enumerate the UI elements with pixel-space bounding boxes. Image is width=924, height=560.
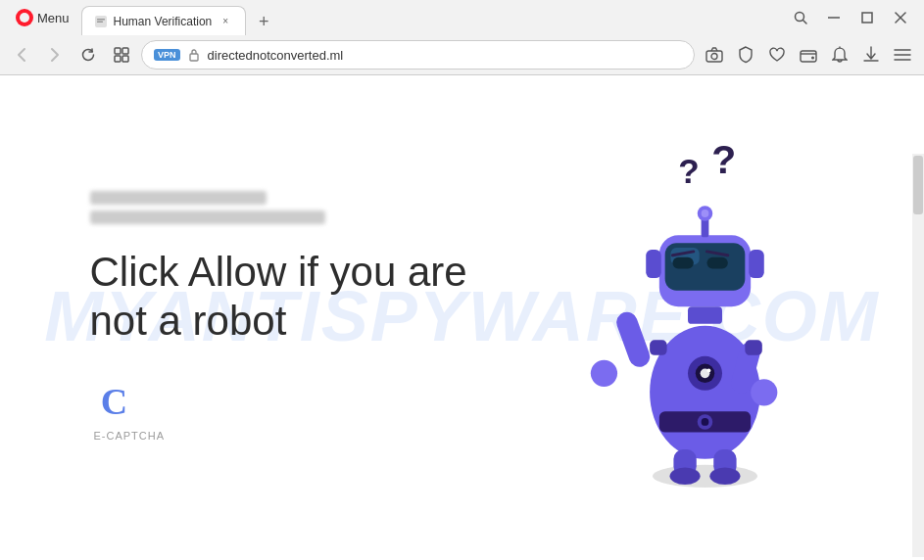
left-content: Click Allow if you are not a robot C E-C… [90,191,502,443]
opera-menu[interactable]: Menu [8,5,77,30]
window-controls [785,2,916,33]
camera-icon [705,47,723,63]
bell-button[interactable] [826,41,853,69]
svg-text:?: ? [711,145,736,182]
address-bar: VPN directednotconverted.ml [0,35,924,74]
svg-rect-13 [190,54,198,61]
reload-icon [80,47,96,63]
content-layout: Click Allow if you are not a robot C E-C… [71,125,854,507]
back-icon [17,47,26,63]
tabs-grid-icon [114,47,129,63]
bell-icon [832,46,848,64]
ecaptcha-label: E-CAPTCHA [94,430,166,442]
svg-rect-9 [115,48,121,54]
menu-label: Menu [37,11,70,25]
svg-point-49 [751,379,777,405]
page-content: MYANTISPYWARE.COM Click Allow if you are… [0,75,924,557]
ecaptcha-area: C E-CAPTCHA [90,377,502,442]
url-display: directednotconverted.ml [208,48,682,63]
wallet-icon [800,47,817,63]
svg-point-53 [669,468,700,486]
tab-title: Human Verification [114,15,213,28]
blurred-header [90,191,502,224]
svg-rect-35 [688,306,722,324]
svg-rect-14 [706,51,722,62]
svg-rect-45 [613,309,653,370]
svg-rect-50 [745,340,762,355]
svg-rect-10 [122,48,128,54]
svg-point-17 [811,57,814,60]
tab-favicon [94,15,108,28]
hamburger-icon [894,48,911,62]
heart-icon [768,47,786,63]
svg-point-27 [701,418,708,426]
vpn-badge: VPN [154,49,180,61]
forward-icon [50,47,60,63]
hamburger-menu-button[interactable] [889,41,916,69]
svg-point-44 [706,368,710,372]
address-input[interactable]: VPN directednotconverted.ml [141,40,695,70]
svg-point-38 [701,210,708,217]
svg-rect-31 [672,257,693,269]
scrollbar[interactable] [912,154,924,557]
svg-rect-6 [862,13,872,23]
forward-button[interactable] [41,41,69,69]
robot-illustration: ? ? [560,145,815,488]
tabs-grid-button[interactable] [108,41,135,69]
svg-rect-2 [97,21,103,23]
blurred-line-2 [90,210,325,224]
svg-line-4 [803,21,807,24]
search-button[interactable] [785,2,816,33]
toolbar-icons [701,41,916,69]
tabs-area: Human Verification × + [77,0,785,35]
lock-icon [188,48,200,62]
blurred-line-1 [90,191,267,205]
svg-point-54 [709,468,740,486]
close-icon [895,12,906,23]
close-button[interactable] [885,2,916,33]
title-bar: Menu Human Verification × + [0,0,924,35]
shield-icon [738,46,754,64]
svg-rect-12 [122,56,128,62]
main-heading: Click Allow if you are not a robot [90,248,502,347]
maximize-icon [861,12,873,23]
svg-rect-47 [650,340,667,355]
svg-rect-1 [97,19,105,21]
active-tab[interactable]: Human Verification × [81,6,247,35]
svg-point-46 [590,360,616,387]
camera-button[interactable] [701,41,728,69]
svg-rect-11 [115,56,121,62]
svg-rect-39 [646,250,661,278]
svg-rect-40 [749,250,764,278]
minimize-icon [828,17,840,19]
scrollbar-thumb[interactable] [913,156,923,214]
shield-button[interactable] [732,41,759,69]
wallet-button[interactable] [795,41,822,69]
download-icon [863,46,879,64]
back-button[interactable] [8,41,35,69]
svg-point-23 [653,465,757,488]
search-icon [793,10,808,25]
ecaptcha-c-letter: C [101,383,127,420]
reload-button[interactable] [74,41,102,69]
heart-button[interactable] [763,41,791,69]
svg-point-15 [711,54,717,60]
svg-rect-16 [801,51,816,62]
maximize-button[interactable] [851,2,883,33]
new-tab-button[interactable]: + [250,8,277,35]
download-button[interactable] [857,41,885,69]
svg-text:?: ? [678,152,699,190]
browser-chrome: Menu Human Verification × + [0,0,924,75]
robot-area: ? ? [541,145,835,488]
tab-close-button[interactable]: × [218,14,233,29]
svg-rect-33 [706,257,727,269]
minimize-button[interactable] [818,2,850,33]
opera-logo [16,9,33,26]
ecaptcha-logo: C [90,377,139,426]
